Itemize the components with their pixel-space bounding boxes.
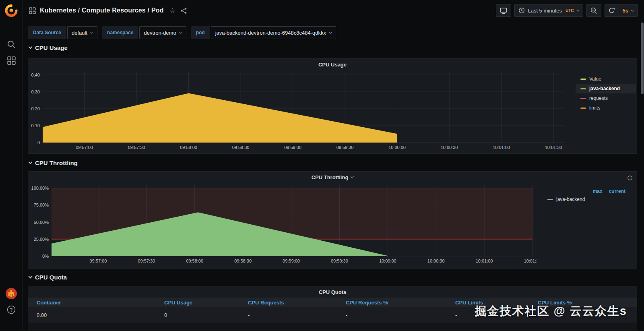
svg-text:10:01:30: 10:01:30	[524, 259, 537, 263]
variable-label: namespace	[102, 26, 138, 39]
grafana-logo[interactable]	[0, 4, 23, 17]
table-header-cpu-requests-[interactable]: CPU Requests %	[346, 300, 455, 306]
svg-text:10:01:00: 10:01:00	[476, 259, 493, 263]
dashboard-title[interactable]: Kubernetes / Compute Resources / Pod	[40, 7, 164, 14]
series-color-marker	[580, 98, 586, 99]
refresh-picker[interactable]: 5s	[605, 4, 638, 17]
section-cpu-throttling[interactable]: CPU Throttling	[29, 159, 78, 166]
legend-item-requests[interactable]: requests	[576, 93, 636, 103]
legend-item-value[interactable]: Value	[576, 74, 636, 84]
svg-text:0.40: 0.40	[31, 72, 40, 77]
panel-loading-spinner	[627, 175, 633, 182]
svg-text:25.00%: 25.00%	[34, 237, 49, 242]
variable-value: default	[72, 30, 87, 36]
sidebar-search-button[interactable]	[0, 40, 23, 49]
sidebar-app-button[interactable]	[0, 288, 23, 300]
svg-text:09:57:30: 09:57:30	[128, 145, 145, 150]
svg-text:09:58:30: 09:58:30	[232, 145, 250, 150]
series-color-marker	[580, 79, 586, 80]
spinner-icon	[627, 175, 633, 181]
table-header-cpu-usage[interactable]: CPU Usage	[164, 300, 248, 306]
svg-text:09:59:30: 09:59:30	[331, 259, 348, 263]
legend-sort-max[interactable]: max	[593, 188, 603, 194]
variable-label: pod	[191, 26, 210, 39]
panel-title-cpu-throttling[interactable]: CPU Throttling	[28, 172, 637, 183]
legend-item-java-backend[interactable]: java-backend	[576, 84, 636, 93]
chevron-down-icon	[351, 175, 354, 178]
share-icon[interactable]	[180, 7, 187, 14]
page-scrollbar[interactable]	[641, 23, 644, 94]
pod-dropdown[interactable]: java-backend-devtron-demo-6948c8c484-qdk…	[211, 26, 336, 39]
svg-text:0: 0	[37, 140, 40, 145]
svg-text:0.20: 0.20	[31, 106, 40, 111]
section-cpu-quota[interactable]: CPU Quota	[29, 274, 67, 281]
variable-pod: pod java-backend-devtron-demo-6948c8c484…	[191, 26, 336, 39]
datasource-dropdown[interactable]: default	[67, 26, 97, 39]
sidebar: ?	[0, 0, 23, 331]
variable-value: java-backend-devtron-demo-6948c8c484-qdk…	[215, 30, 326, 36]
zoom-out-icon	[590, 7, 597, 14]
table-header-container[interactable]: Container	[28, 300, 164, 306]
chevron-down-icon	[631, 8, 634, 11]
chevron-down-icon	[329, 30, 332, 33]
cpu-throttling-chart[interactable]: 0%25.00%50.00%75.00%100.00%09:57:0009:57…	[28, 183, 537, 267]
svg-text:09:58:30: 09:58:30	[234, 259, 252, 263]
button-divider	[619, 4, 619, 17]
legend-sort-current[interactable]: current	[609, 188, 625, 194]
svg-text:10:01:00: 10:01:00	[493, 145, 510, 150]
svg-text:10:00:00: 10:00:00	[379, 259, 396, 263]
svg-text:09:58:00: 09:58:00	[180, 145, 197, 150]
svg-text:09:59:30: 09:59:30	[336, 145, 354, 150]
table-cell: 0	[164, 312, 248, 318]
legend-item-java-backend[interactable]: java-backend	[536, 197, 637, 202]
svg-text:10:00:30: 10:00:30	[441, 145, 458, 150]
svg-text:09:57:00: 09:57:00	[76, 145, 93, 150]
svg-text:0%: 0%	[42, 254, 49, 259]
chevron-down-icon	[179, 30, 182, 33]
legend-label: limits	[589, 105, 600, 111]
grafana-logo-icon	[5, 4, 18, 17]
svg-text:?: ?	[10, 307, 12, 313]
chevron-down-icon	[29, 160, 33, 164]
sidebar-help-button[interactable]: ?	[0, 305, 23, 314]
svg-text:09:59:00: 09:59:00	[284, 145, 301, 150]
legend-label: requests	[589, 95, 608, 101]
top-navbar: Kubernetes / Compute Resources / Pod ☆	[23, 0, 644, 21]
star-favorite-button[interactable]: ☆	[169, 6, 175, 15]
section-cpu-usage[interactable]: CPU Usage	[29, 44, 68, 51]
svg-text:09:57:30: 09:57:30	[138, 259, 155, 263]
series-color-marker	[547, 199, 553, 200]
panel-cpu-usage: CPU Usage 00.100.200.300.4009:57:0009:57…	[28, 58, 637, 154]
legend-label: Value	[589, 76, 601, 82]
variable-bar: Data Source default namespace devtron-de…	[28, 26, 336, 39]
svg-text:09:59:00: 09:59:00	[283, 259, 300, 263]
refresh-interval-label: 5s	[623, 8, 628, 14]
cpu-usage-legend: Valuejava-backendrequestslimits	[576, 74, 636, 113]
svg-text:100.00%: 100.00%	[31, 186, 49, 190]
variable-label: Data Source	[28, 26, 66, 39]
apps-grid-icon	[29, 7, 36, 14]
watermark-text: 掘金技术社区 @ 云云众生s	[475, 303, 627, 319]
time-range-label: Last 5 minutes	[528, 8, 562, 14]
time-range-picker[interactable]: Last 5 minutes UTC	[514, 4, 583, 17]
table-cell: -	[346, 312, 455, 318]
panel-cpu-throttling: CPU Throttling 0%25.00%50.00%75.00%100.0…	[28, 171, 637, 269]
legend-item-limits[interactable]: limits	[576, 103, 636, 113]
svg-text:10:00:00: 10:00:00	[388, 145, 406, 150]
panel-title-cpu-usage[interactable]: CPU Usage	[28, 59, 637, 70]
svg-text:09:57:00: 09:57:00	[89, 259, 107, 263]
tv-kiosk-icon	[500, 7, 507, 14]
svg-text:0.10: 0.10	[31, 123, 40, 128]
panel-title-cpu-quota[interactable]: CPU Quota	[28, 286, 637, 298]
cycle-view-mode-button[interactable]	[496, 4, 511, 17]
series-color-marker	[580, 108, 586, 109]
help-icon: ?	[6, 305, 16, 314]
app-plugin-icon	[5, 288, 17, 300]
table-header-cpu-requests[interactable]: CPU Requests	[248, 300, 346, 306]
sidebar-dashboards-button[interactable]	[0, 56, 23, 65]
svg-text:09:58:00: 09:58:00	[186, 259, 203, 263]
clock-icon	[518, 7, 525, 14]
cpu-usage-chart[interactable]: 00.100.200.300.4009:57:0009:57:3009:58:0…	[28, 70, 577, 153]
zoom-out-time-button[interactable]	[586, 4, 601, 17]
namespace-dropdown[interactable]: devtron-demo	[139, 26, 186, 39]
